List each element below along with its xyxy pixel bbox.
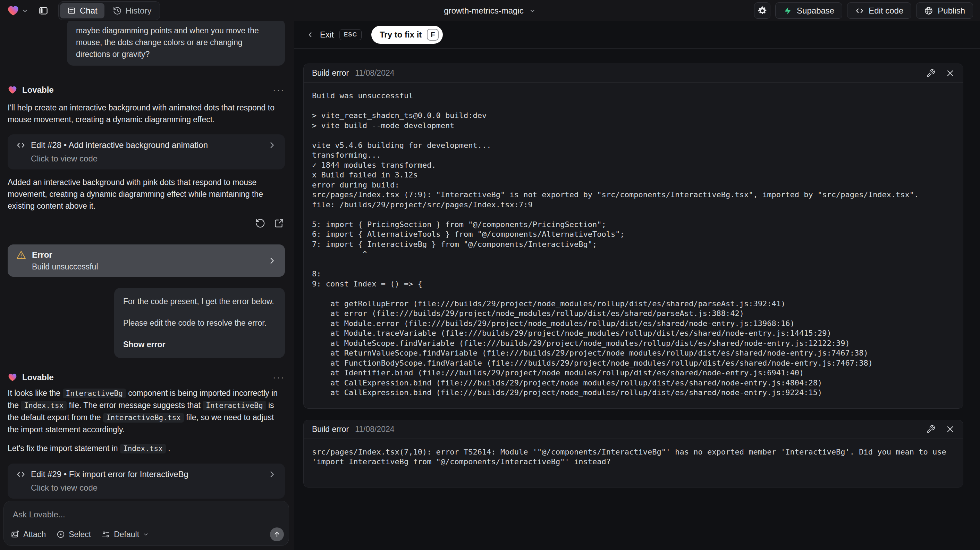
code-brackets-icon bbox=[16, 469, 26, 479]
edit-card-subtitle: Click to view code bbox=[31, 154, 277, 164]
edit-card-subtitle: Click to view code bbox=[31, 483, 277, 493]
supabase-button[interactable]: Supabase bbox=[775, 2, 842, 19]
assistant-message: Added an interactive background with pin… bbox=[8, 176, 285, 212]
chat-bubble-icon bbox=[67, 6, 76, 15]
select-label: Select bbox=[69, 530, 91, 539]
exit-button[interactable]: Exit ESC bbox=[306, 29, 361, 40]
lovable-heart-icon bbox=[8, 85, 18, 95]
supabase-bolt-icon bbox=[783, 6, 792, 15]
chevron-down-icon bbox=[143, 531, 149, 537]
build-error-list[interactable]: Build error 11/08/2024 Build was unsucce… bbox=[294, 49, 980, 550]
tab-chat[interactable]: Chat bbox=[60, 3, 105, 18]
globe-icon bbox=[924, 6, 933, 15]
build-error-title: Build error bbox=[312, 69, 349, 78]
error-panel-toolbar: Exit ESC Try to fix it F bbox=[294, 21, 980, 49]
project-switcher[interactable]: growth-metrics-magic bbox=[444, 6, 536, 16]
chat-input[interactable] bbox=[4, 501, 289, 526]
message-actions bbox=[8, 217, 285, 229]
gear-icon bbox=[757, 6, 768, 16]
chevron-down-icon bbox=[529, 7, 536, 14]
chevron-right-icon bbox=[267, 256, 277, 265]
publish-button[interactable]: Publish bbox=[916, 2, 973, 19]
assistant-message: I'll help create an interactive backgrou… bbox=[8, 102, 285, 125]
fix-with-ai-button[interactable] bbox=[926, 425, 935, 434]
error-panel: Exit ESC Try to fix it F Build error 11/… bbox=[294, 21, 980, 550]
build-error-title: Build error bbox=[312, 425, 349, 434]
build-error-date: 11/08/2024 bbox=[355, 69, 394, 78]
wrench-icon bbox=[926, 69, 935, 78]
build-error-card-1: Build error 11/08/2024 Build was unsucce… bbox=[303, 64, 963, 409]
tab-history-label: History bbox=[126, 6, 152, 16]
supabase-label: Supabase bbox=[797, 6, 834, 16]
edit-card-title: Edit #28 • Add interactive background an… bbox=[31, 140, 262, 150]
open-preview-button[interactable] bbox=[273, 217, 285, 229]
edit-code-button[interactable]: Edit code bbox=[847, 2, 911, 19]
message-menu-button[interactable]: ··· bbox=[273, 374, 285, 381]
code-brackets-icon bbox=[16, 140, 26, 150]
attach-button[interactable]: Attach bbox=[11, 530, 46, 539]
build-error-log: Build was unsuccessful > vite_react_shad… bbox=[304, 83, 963, 408]
chevron-down-icon bbox=[22, 7, 29, 14]
chevron-right-icon bbox=[267, 140, 277, 150]
chat-composer: Attach Select Default bbox=[3, 501, 289, 546]
close-error-button[interactable] bbox=[946, 69, 955, 78]
build-error-card-2: Build error 11/08/2024 src/pages/Index.t… bbox=[303, 420, 963, 488]
sidebar-toggle-button[interactable] bbox=[36, 3, 51, 18]
settings-button[interactable] bbox=[754, 2, 770, 19]
assistant-name: Lovable bbox=[22, 85, 54, 95]
lovable-logo-menu[interactable] bbox=[7, 5, 29, 17]
error-card-subtitle: Build unsuccessful bbox=[32, 262, 267, 271]
close-icon bbox=[946, 425, 955, 434]
target-icon bbox=[56, 530, 65, 539]
user-message-line: Please edit the code to resolve the erro… bbox=[123, 317, 276, 329]
f-key-badge: F bbox=[427, 29, 439, 41]
top-bar: Chat History growth-metrics-magic S bbox=[0, 0, 980, 21]
assistant-name: Lovable bbox=[22, 373, 54, 382]
close-icon bbox=[946, 69, 955, 78]
try-to-fix-button[interactable]: Try to fix it F bbox=[371, 26, 443, 44]
esc-key-badge: ESC bbox=[339, 29, 361, 40]
restore-icon bbox=[255, 218, 266, 228]
wrench-icon bbox=[926, 425, 935, 434]
build-error-log: src/pages/Index.tsx(7,10): error TS2614:… bbox=[304, 439, 963, 487]
user-message: maybe diagramming points and when you mo… bbox=[67, 21, 285, 65]
sliders-icon bbox=[101, 530, 110, 539]
chat-history-tab-group: Chat History bbox=[58, 2, 160, 20]
exit-label: Exit bbox=[320, 30, 334, 40]
error-card[interactable]: Error Build unsuccessful bbox=[8, 244, 285, 277]
assistant-message: Let's fix the import statement in Index.… bbox=[8, 442, 285, 454]
lovable-heart-icon bbox=[7, 5, 19, 17]
edit-card-title: Edit #29 • Fix import error for Interact… bbox=[31, 469, 262, 479]
close-error-button[interactable] bbox=[946, 425, 955, 434]
assistant-message: It looks like the InteractiveBg componen… bbox=[8, 387, 285, 435]
sidebar-panel-icon bbox=[38, 6, 49, 16]
chat-message-list[interactable]: maybe diagramming points and when you mo… bbox=[0, 21, 294, 499]
lovable-heart-icon bbox=[8, 373, 18, 382]
send-button[interactable] bbox=[270, 528, 284, 541]
assistant-header: Lovable ··· bbox=[8, 373, 285, 382]
assistant-header: Lovable ··· bbox=[8, 85, 285, 95]
user-message-text: maybe diagramming points and when you mo… bbox=[76, 26, 259, 59]
restore-version-button[interactable] bbox=[255, 217, 266, 229]
tab-chat-label: Chat bbox=[80, 6, 97, 16]
build-error-date: 11/08/2024 bbox=[355, 425, 394, 434]
chevron-left-icon bbox=[306, 30, 314, 39]
chat-sidebar: maybe diagramming points and when you mo… bbox=[0, 21, 294, 550]
external-link-icon bbox=[274, 218, 284, 228]
select-element-button[interactable]: Select bbox=[56, 530, 91, 539]
user-message-line: For the code present, I get the error be… bbox=[123, 295, 276, 307]
model-selector[interactable]: Default bbox=[101, 530, 149, 539]
project-name: growth-metrics-magic bbox=[444, 6, 523, 16]
edit-card-28[interactable]: Edit #28 • Add interactive background an… bbox=[8, 134, 285, 169]
edit-card-29[interactable]: Edit #29 • Fix import error for Interact… bbox=[8, 464, 285, 499]
attach-label: Attach bbox=[23, 530, 46, 539]
message-menu-button[interactable]: ··· bbox=[273, 86, 285, 93]
try-to-fix-label: Try to fix it bbox=[380, 30, 422, 40]
show-error-link[interactable]: Show error bbox=[123, 338, 276, 350]
fix-with-ai-button[interactable] bbox=[926, 69, 935, 78]
warning-triangle-icon bbox=[16, 250, 26, 260]
publish-label: Publish bbox=[938, 6, 965, 16]
arrow-up-icon bbox=[273, 531, 281, 538]
chevron-right-icon bbox=[267, 470, 277, 479]
tab-history[interactable]: History bbox=[106, 3, 159, 18]
